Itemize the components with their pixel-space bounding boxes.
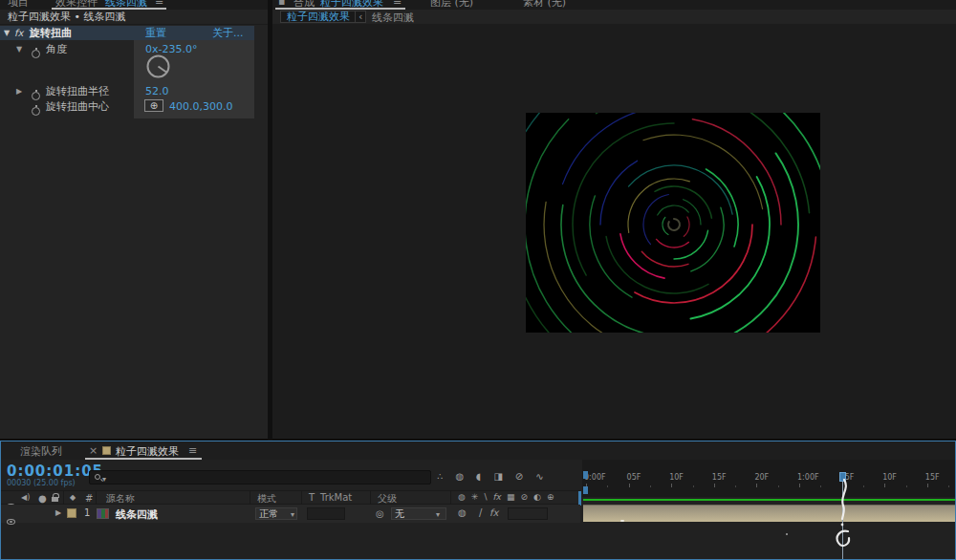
tab-layer[interactable]: 图层 (无) <box>430 0 473 10</box>
switch-header-motion-blur-icon[interactable]: ⊘ <box>520 492 528 502</box>
col-mode[interactable]: 模式 <box>257 492 276 506</box>
tab-project[interactable]: 项目 <box>8 0 29 10</box>
layer-index: 1 <box>84 507 90 518</box>
ruler-tick <box>884 484 885 487</box>
hide-shy-layers-icon[interactable]: ◖ <box>476 471 481 482</box>
work-area-start-handle[interactable] <box>583 471 588 479</box>
switch-header-quality-icon[interactable]: \ <box>484 492 487 502</box>
time-navigator-handle[interactable] <box>583 486 588 494</box>
after-effects-window: 项目 效果控件 线条四溅 ≡ 粒子四溅效果 • 线条四溅 ▼ fx 旋转扭曲 重… <box>0 0 956 560</box>
ruler-tick <box>671 484 672 487</box>
ruler-tick-minor <box>735 485 736 487</box>
tab-comp-timeline[interactable]: 粒子四溅效果 <box>116 444 179 459</box>
annotation-speck <box>620 520 624 522</box>
layer-fx-switch-icon[interactable]: fx <box>489 507 498 518</box>
col-trkmat[interactable]: TrkMat <box>320 492 352 503</box>
close-icon[interactable]: × <box>89 444 98 457</box>
angle-dial[interactable] <box>145 54 171 79</box>
expander-icon[interactable]: ▼ <box>16 42 22 56</box>
switch-header-shy-icon[interactable]: ◍ <box>458 492 466 502</box>
timeline-toolbar-icons: ∴ ◍ ◖ ◨ ⊘ ∿ <box>437 471 544 482</box>
switch-header-fx-icon[interactable]: fx <box>492 492 501 502</box>
expander-icon[interactable]: ▶ <box>16 84 22 98</box>
layer-color-chip[interactable] <box>67 508 76 518</box>
switch-header-3d-icon[interactable]: ⊕ <box>547 492 554 502</box>
center-value[interactable]: 400.0,300.0 <box>169 100 232 113</box>
composition-frame[interactable] <box>526 113 820 333</box>
panel-menu-icon[interactable]: ≡ <box>393 0 402 8</box>
expander-icon[interactable]: ▼ <box>4 26 10 40</box>
ruler-tick-minor <box>906 485 907 487</box>
ruler-tick <box>756 484 757 487</box>
navigator-comp-chip[interactable]: 粒子四溅效果 <box>280 11 357 23</box>
col-parent[interactable]: 父级 <box>378 492 397 506</box>
hand-drawn-annotation <box>818 474 866 550</box>
comp-label-chip <box>102 446 111 455</box>
radius-value[interactable]: 52.0 <box>145 84 169 98</box>
chevron-down-icon[interactable]: ▾ <box>291 510 294 519</box>
ruler-label: 10F <box>669 473 684 482</box>
column-separator <box>250 491 250 504</box>
trkmat-box[interactable] <box>307 507 345 520</box>
layer-shy-switch-icon[interactable]: ◍ <box>458 507 467 518</box>
effect-name[interactable]: 旋转扭曲 <box>30 26 72 40</box>
fx-badge-icon[interactable]: fx <box>14 26 23 40</box>
frame-blending-icon[interactable]: ◨ <box>493 471 502 482</box>
time-ruler[interactable]: 0:00F05F10F15F20F1:00F05F10F15F <box>582 460 955 497</box>
layer-switch-cells[interactable] <box>508 507 548 520</box>
tab-footage[interactable]: 素材 (无) <box>523 0 566 10</box>
effect-header-row[interactable]: ▼ fx 旋转扭曲 重置 关于... <box>0 26 254 40</box>
ruler-tick <box>799 484 800 487</box>
lock-column-icon <box>52 497 58 502</box>
layer-quality-switch-icon[interactable]: / <box>479 507 482 518</box>
column-splitter[interactable] <box>578 491 581 506</box>
ruler-tick-minor <box>607 485 608 487</box>
comp-viewport[interactable] <box>272 24 956 423</box>
reset-link[interactable]: 重置 <box>145 26 166 40</box>
chevron-down-icon[interactable]: ▾ <box>102 475 106 484</box>
solo-column-icon: ● <box>38 493 47 504</box>
label-column-icon: ◆ <box>70 493 76 502</box>
switch-header-frame-blend-icon[interactable]: ▦ <box>507 492 515 502</box>
layer-visibility-eye-icon[interactable] <box>7 519 15 525</box>
tab-render-queue[interactable]: 渲染队列 <box>20 444 62 459</box>
layer-duration-bar[interactable] <box>583 505 955 522</box>
motion-blur-icon[interactable]: ⊘ <box>515 471 523 482</box>
center-crosshair-button[interactable]: ⊕ <box>144 99 163 112</box>
layer-row[interactable]: ▶ 1 线条四溅 正常 ▾ ◎ 无 ▾ ◍ / fx <box>1 505 580 523</box>
parent-pick-whip-icon[interactable]: ◎ <box>376 508 384 519</box>
ruler-tick-minor <box>650 485 651 487</box>
column-separator <box>63 491 64 504</box>
ruler-tick-minor <box>778 485 779 487</box>
search-input[interactable]: ▾ <box>89 470 431 485</box>
col-t[interactable]: T <box>309 492 315 503</box>
comp-mini-flowchart-icon[interactable]: ∴ <box>437 471 443 482</box>
stopwatch-icon[interactable] <box>32 107 40 116</box>
breadcrumb: 粒子四溅效果 • 线条四溅 <box>0 10 268 25</box>
comp-navigator: 粒子四溅效果 ‹ 线条四溅 <box>272 10 956 24</box>
frame-info: 00030 (25.00 fps) <box>7 479 76 487</box>
graph-editor-icon[interactable]: ∿ <box>535 471 543 482</box>
switch-header-collapse-icon[interactable]: ✳ <box>471 492 479 502</box>
col-source-name[interactable]: 源名称 <box>106 492 135 506</box>
radius-property-row: ▶ 旋转扭曲半径 52.0 <box>0 84 254 98</box>
switch-header-adjustment-icon[interactable]: ◐ <box>533 492 541 502</box>
stopwatch-icon[interactable] <box>32 50 40 58</box>
panel-menu-icon[interactable]: ≡ <box>155 0 163 8</box>
layer-expander-icon[interactable]: ▶ <box>55 508 61 517</box>
angle-label: 角度 <box>46 42 67 56</box>
layer-name[interactable]: 线条四溅 <box>116 507 158 522</box>
timeline-tabstrip: 渲染队列 × 粒子四溅效果 ≡ <box>1 442 955 460</box>
about-link[interactable]: 关于... <box>212 26 244 40</box>
panel-menu-icon[interactable]: ≡ <box>188 444 197 457</box>
timeline-column-header: ◀) ● ◆ # 源名称 模式 T TrkMat 父级 ◍✳\fx▦⊘◐⊕ <box>1 490 580 505</box>
column-separator <box>370 491 371 504</box>
ruler-tick <box>714 484 715 487</box>
navigator-layer[interactable]: 线条四溅 <box>372 11 414 25</box>
audio-column-icon: ◀) <box>21 493 30 502</box>
angle-property-row: ▼ 角度 0x-235.0° <box>0 42 254 56</box>
draft-3d-icon[interactable]: ◍ <box>455 471 464 482</box>
tab-square-icon: ▪ <box>278 0 285 8</box>
chevron-down-icon[interactable]: ▾ <box>436 510 440 519</box>
navigator-chevron-icon[interactable]: ‹ <box>355 11 366 23</box>
